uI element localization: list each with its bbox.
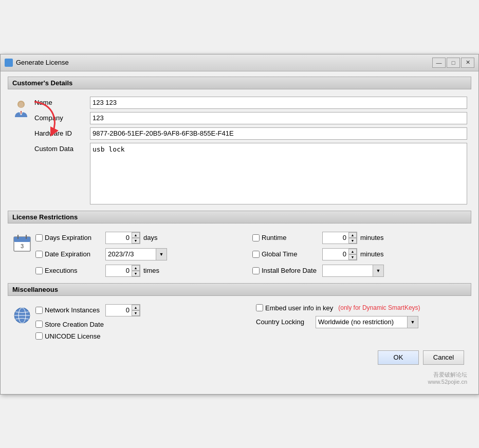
executions-checkbox[interactable] — [35, 267, 43, 274]
executions-unit: times — [143, 267, 167, 274]
date-expiration-group: Date Expiration ▼ — [35, 248, 249, 260]
custom-data-label: Custom Data — [34, 143, 86, 153]
watermark-line2: www.52pojie.cn — [428, 379, 467, 385]
misc-left: Network Instances ▲ ▼ — [35, 304, 246, 340]
svg-point-5 — [19, 102, 24, 108]
ok-button[interactable]: OK — [378, 350, 419, 365]
days-expiration-label: Days Expiration — [45, 234, 91, 241]
cancel-button[interactable]: Cancel — [423, 350, 464, 365]
customers-form: Name Company Hardware ID — [34, 97, 467, 204]
date-expiration-checkbox-label[interactable]: Date Expiration — [35, 250, 102, 258]
embed-user-info-checkbox-label[interactable]: Embed user info in key — [256, 304, 333, 312]
runtime-unit: minutes — [360, 234, 384, 241]
runtime-down[interactable]: ▼ — [348, 238, 357, 244]
misc-right: Embed user info in key (only for Dynamic… — [256, 304, 466, 340]
executions-spinner: ▲ ▼ — [105, 265, 140, 277]
executions-checkbox-label[interactable]: Executions — [35, 267, 102, 274]
runtime-checkbox-label[interactable]: Runtime — [252, 234, 319, 241]
close-button[interactable]: ✕ — [461, 58, 474, 68]
date-expiration-dropdown-wrap: ▼ — [105, 248, 167, 260]
embed-user-info-label: Embed user info in key — [265, 304, 333, 312]
restrict-row-2: Date Expiration ▼ Global Time — [35, 248, 466, 260]
date-expiration-dropdown-btn[interactable]: ▼ — [156, 248, 167, 260]
install-before-date-dropdown-btn[interactable]: ▼ — [373, 265, 384, 277]
miscellaneous-body: Network Instances ▲ ▼ — [8, 300, 471, 346]
executions-spinner-buttons: ▲ ▼ — [132, 265, 140, 276]
global-time-checkbox[interactable] — [252, 251, 260, 258]
embed-user-info-checkbox[interactable] — [256, 304, 263, 311]
runtime-label: Runtime — [262, 234, 286, 241]
global-time-up[interactable]: ▲ — [348, 249, 357, 254]
runtime-up[interactable]: ▲ — [348, 232, 357, 238]
hardware-id-input[interactable] — [90, 127, 467, 140]
executions-down[interactable]: ▼ — [132, 271, 140, 276]
unicode-license-row: UNICODE License — [35, 332, 246, 340]
global-time-spinner-buttons: ▲ ▼ — [348, 249, 357, 260]
country-locking-input[interactable] — [316, 316, 418, 328]
executions-up[interactable]: ▲ — [132, 265, 140, 271]
unicode-license-checkbox[interactable] — [35, 332, 43, 340]
main-window: Generate License — □ ✕ Customer's Detail… — [0, 54, 479, 395]
days-unit: days — [143, 234, 167, 241]
runtime-checkbox[interactable] — [252, 234, 260, 241]
maximize-button[interactable]: □ — [447, 58, 460, 68]
network-instances-up[interactable]: ▲ — [132, 305, 140, 310]
network-instances-down[interactable]: ▼ — [132, 310, 140, 316]
button-row: OK Cancel — [8, 346, 471, 370]
miscellaneous-header: Miscellaneous — [8, 283, 471, 296]
restrict-row-3: Executions ▲ ▼ times — [35, 265, 466, 277]
company-input[interactable] — [90, 112, 467, 124]
network-instances-row: Network Instances ▲ ▼ — [35, 304, 246, 316]
global-time-unit: minutes — [360, 250, 384, 258]
unicode-license-label: UNICODE License — [45, 332, 100, 340]
runtime-group: Runtime ▲ ▼ minutes — [252, 232, 466, 244]
country-locking-dropdown-wrap: ▼ — [316, 316, 418, 328]
calendar-icon: 3 — [13, 234, 31, 252]
watermark-line1: 吾爱破解论坛 — [433, 371, 467, 378]
title-bar-left: Generate License — [5, 59, 69, 67]
install-before-date-label: Install Before Date — [262, 267, 317, 274]
svg-rect-8 — [14, 237, 30, 242]
executions-input[interactable] — [106, 265, 132, 276]
unicode-license-checkbox-label[interactable]: UNICODE License — [35, 332, 102, 340]
global-time-down[interactable]: ▼ — [348, 254, 357, 260]
global-time-checkbox-label[interactable]: Global Time — [252, 250, 319, 258]
date-expiration-checkbox[interactable] — [35, 251, 43, 258]
install-before-date-dropdown-wrap: ▼ — [322, 265, 384, 277]
network-instances-spinner-buttons: ▲ ▼ — [132, 305, 140, 316]
runtime-spinner-buttons: ▲ ▼ — [348, 232, 357, 244]
network-instances-spinner: ▲ ▼ — [105, 304, 140, 316]
days-expiration-input[interactable] — [106, 232, 132, 244]
network-instances-checkbox[interactable] — [35, 307, 43, 314]
content-area: Customer's Details N — [1, 71, 478, 394]
runtime-spinner: ▲ ▼ — [322, 232, 357, 244]
global-time-group: Global Time ▲ ▼ minutes — [252, 248, 466, 260]
days-expiration-spinner: ▲ ▼ — [105, 232, 140, 244]
country-locking-label: Country Locking — [256, 318, 312, 326]
days-expiration-checkbox-label[interactable]: Days Expiration — [35, 234, 102, 241]
store-creation-date-label: Store Creation Date — [45, 321, 104, 328]
executions-group: Executions ▲ ▼ times — [35, 265, 249, 277]
install-before-date-checkbox-label[interactable]: Install Before Date — [252, 267, 319, 274]
country-locking-dropdown-btn[interactable]: ▼ — [407, 316, 418, 328]
embed-user-info-row: Embed user info in key (only for Dynamic… — [256, 304, 466, 312]
runtime-input[interactable] — [323, 232, 348, 244]
globe-icon — [13, 306, 31, 325]
custom-data-textarea[interactable]: usb lock — [90, 143, 467, 204]
global-time-input[interactable] — [323, 249, 348, 260]
name-input[interactable] — [90, 97, 467, 109]
store-creation-date-checkbox[interactable] — [35, 321, 43, 328]
title-bar: Generate License — □ ✕ — [1, 54, 478, 71]
customer-icon — [12, 99, 30, 117]
days-expiration-up[interactable]: ▲ — [132, 232, 140, 238]
store-creation-date-checkbox-label[interactable]: Store Creation Date — [35, 321, 104, 328]
days-expiration-down[interactable]: ▼ — [132, 238, 140, 244]
days-expiration-group: Days Expiration ▲ ▼ days — [35, 232, 249, 244]
license-restrictions-body: 3 Days Expiration ▲ — [8, 228, 471, 283]
network-instances-label: Network Instances — [45, 306, 100, 314]
minimize-button[interactable]: — — [432, 58, 446, 68]
network-instances-checkbox-label[interactable]: Network Instances — [35, 306, 102, 314]
network-instances-input[interactable] — [106, 305, 132, 316]
install-before-date-checkbox[interactable] — [252, 267, 260, 274]
days-expiration-checkbox[interactable] — [35, 234, 43, 241]
